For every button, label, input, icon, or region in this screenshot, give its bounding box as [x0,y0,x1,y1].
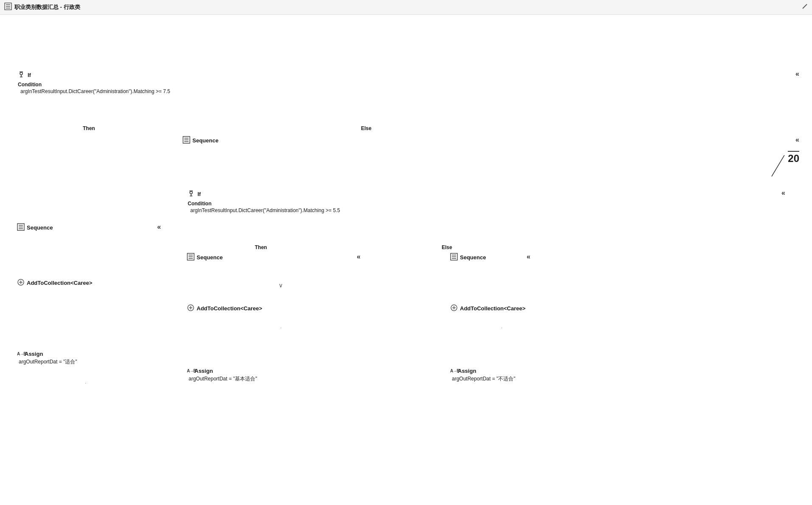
outer-if-label: If [28,72,31,78]
tick-3: · [85,380,86,386]
inner-else-label: Else [442,244,452,250]
tick-1: · [280,325,282,330]
inner-then-label: Then [255,244,267,250]
tick-2: · [501,325,502,330]
inner-if-icon [187,189,195,199]
then-assign-node: A→B Assign argOutReportDat = "基本适合" [187,368,257,383]
then-sequence-label: Sequence [197,254,223,261]
outer-sequence-else: Sequence [183,136,218,145]
outer-sequence-else-collapse[interactable]: « [795,136,799,144]
else-sequence-node: Sequence [450,253,486,262]
inner-if-condition-text: argInTestResultInput.DictCareer("Adminis… [190,207,340,213]
left-add-collection-label: AddToCollection<Caree> [27,280,92,286]
svg-point-14 [190,191,192,194]
else-assign-value: argOutReportDat = "不适合" [452,375,516,383]
left-sequence-node: Sequence [17,223,53,232]
svg-line-5 [772,155,784,176]
assign-icon-then: A→B [187,369,193,374]
outer-if-condition-label: Condition [18,82,42,88]
then-add-collection-label: AddToCollection<Caree> [197,305,262,312]
sequence-icon-else [450,253,458,262]
outer-if-collapse[interactable]: « [795,70,799,78]
inner-if-condition-label: Condition [188,201,211,207]
add-icon-left [17,278,25,287]
if-icon [17,70,25,80]
then-assign-value: argOutReportDat = "基本适合" [189,375,257,383]
assign-icon-else: A→B [450,369,456,374]
left-assign-node: A→B Assign argOutReportDat = "适合" [17,351,77,366]
else-add-collection-label: AddToCollection<Caree> [460,305,525,312]
add-icon-else [450,304,458,313]
add-icon-then [187,304,195,313]
sequence-icon-then [187,253,195,262]
else-sequence-collapse[interactable]: « [527,253,530,261]
assign-icon-left: A→B [17,352,23,357]
svg-line-4 [803,4,807,9]
then-sequence-collapse[interactable]: « [357,253,361,261]
else-sequence-label: Sequence [460,254,486,261]
outer-if-node: If Condition argInTestResultInput.DictCa… [17,70,170,94]
left-add-collection: AddToCollection<Caree> [17,278,92,287]
pin-icon[interactable] [802,3,808,11]
outer-if-condition-text: argInTestResultInput.DictCareer("Adminis… [20,88,170,94]
header-icon [4,3,12,12]
canvas: 20 If Condition argInTestResultInput.Dic… [0,15,812,504]
sequence-icon-outer [183,136,190,145]
sequence-icon-left [17,223,25,232]
left-assign-label: Assign [25,351,43,357]
outer-sequence-else-label: Sequence [192,137,218,144]
outer-then-label: Then [83,125,95,131]
then-sequence-node: Sequence [187,253,223,262]
else-assign-label: Assign [458,368,476,374]
diagonal-decoration [767,155,789,181]
inner-if-collapse[interactable]: « [781,189,785,197]
page-number: 20 [788,151,799,165]
svg-point-6 [20,72,23,75]
left-assign-value: argOutReportDat = "适合" [19,358,77,366]
then-add-collection: AddToCollection<Caree> [187,304,262,313]
header-title: 职业类别数据汇总 - 行政类 [14,3,80,11]
else-add-collection: AddToCollection<Caree> [450,304,525,313]
outer-else-label: Else [361,125,372,131]
header: 职业类别数据汇总 - 行政类 [0,0,812,15]
left-sequence-label: Sequence [27,224,53,231]
else-assign-node: A→B Assign argOutReportDat = "不适合" [450,368,516,383]
then-assign-label: Assign [195,368,213,374]
inner-if-node: If Condition argInTestResultInput.DictCa… [187,189,340,213]
left-sequence-collapse[interactable]: « [157,223,161,231]
chevron-down: ∨ [279,282,283,289]
inner-if-label: If [197,191,201,197]
